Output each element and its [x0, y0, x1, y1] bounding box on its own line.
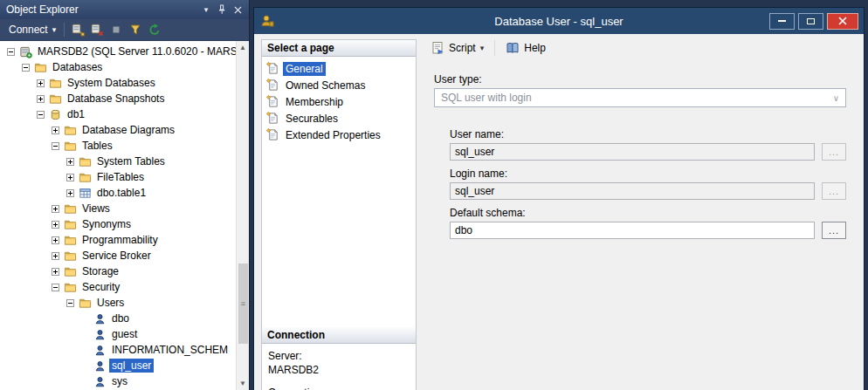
- collapse-icon[interactable]: [37, 111, 45, 119]
- tree-item-programmability[interactable]: Programmability: [0, 232, 249, 248]
- user-type-combobox[interactable]: SQL user with login ∨: [434, 88, 846, 107]
- expand-icon[interactable]: [37, 95, 45, 103]
- dialog-main-area: Script ▾ Help User type: SQL user with l…: [424, 35, 858, 390]
- chevron-down-icon: ▾: [52, 25, 57, 34]
- toolbar-separator: [64, 23, 65, 37]
- expand-icon[interactable]: [66, 189, 74, 197]
- maximize-button[interactable]: [798, 13, 823, 30]
- expand-icon[interactable]: [52, 252, 59, 260]
- scroll-up-icon[interactable]: ▲: [237, 44, 249, 51]
- minimize-icon: [778, 20, 786, 22]
- tree-item-synonyms[interactable]: Synonyms: [0, 216, 249, 232]
- tree-item-label: INFORMATION_SCHEM: [109, 343, 231, 357]
- expand-icon[interactable]: [52, 236, 59, 244]
- tree-item-filetables[interactable]: FileTables: [0, 169, 249, 185]
- user-icon: [93, 359, 107, 373]
- tree-item-security[interactable]: Security: [0, 279, 249, 295]
- tree-item-databases[interactable]: Databases: [0, 59, 249, 75]
- tree-item-database-diagrams[interactable]: Database Diagrams: [0, 122, 249, 138]
- tree-item-sys[interactable]: sys: [0, 373, 249, 389]
- expand-icon[interactable]: [37, 79, 45, 87]
- object-explorer-titlebar[interactable]: Object Explorer ▾: [0, 0, 249, 19]
- folder-icon: [63, 280, 77, 294]
- tree-scrollbar[interactable]: ▲ ≡ ▼: [236, 41, 249, 390]
- tree-item-label: dbo: [109, 311, 132, 325]
- minimize-button[interactable]: [769, 13, 795, 30]
- maximize-icon: [807, 18, 815, 24]
- expand-icon[interactable]: [52, 268, 59, 276]
- tree-item-users[interactable]: Users: [0, 295, 249, 311]
- user-name-browse-button[interactable]: ...: [822, 143, 846, 161]
- tree-item-system-databases[interactable]: System Databases: [0, 75, 249, 91]
- tree-item-label: sql_user: [109, 359, 154, 373]
- expand-icon[interactable]: [66, 174, 74, 181]
- page-item-membership[interactable]: Membership: [263, 93, 415, 110]
- connect-server-icon[interactable]: [68, 21, 86, 38]
- collapse-icon[interactable]: [52, 284, 59, 291]
- expand-icon[interactable]: [52, 221, 59, 229]
- tree-item-tables[interactable]: Tables: [0, 138, 249, 154]
- scroll-down-icon[interactable]: ▼: [237, 380, 249, 387]
- tree-item-dbo-table1[interactable]: dbo.table1: [0, 185, 249, 201]
- page-item-owned-schemas[interactable]: Owned Schemas: [263, 77, 415, 93]
- tree-item-storage[interactable]: Storage: [0, 263, 249, 279]
- user-icon: [93, 327, 107, 341]
- tree-item-dbo[interactable]: dbo: [0, 311, 249, 326]
- tree-item-views[interactable]: Views: [0, 201, 249, 216]
- connect-button[interactable]: Connect ▾: [4, 22, 60, 38]
- filter-icon[interactable]: [126, 21, 144, 38]
- tree-item-sql-user[interactable]: sql_user: [0, 358, 249, 373]
- folder-icon: [63, 233, 77, 247]
- chevron-down-icon: ∨: [833, 93, 839, 103]
- login-name-input[interactable]: [450, 182, 815, 200]
- tree-item-service-broker[interactable]: Service Broker: [0, 248, 249, 263]
- disconnect-icon[interactable]: [87, 21, 106, 38]
- expand-icon[interactable]: [52, 205, 59, 213]
- page-item-general[interactable]: General: [263, 60, 415, 77]
- collapse-icon[interactable]: [52, 142, 59, 150]
- scrollbar-thumb[interactable]: ≡: [238, 263, 248, 344]
- collapse-icon[interactable]: [7, 48, 15, 56]
- tree-item-label: Service Broker: [79, 249, 154, 263]
- window-position-icon[interactable]: ▾: [198, 3, 214, 17]
- default-schema-browse-button[interactable]: ...: [822, 222, 846, 239]
- user-name-input[interactable]: [450, 143, 815, 161]
- user-fields-group: User name: ... Login name: ... Default s…: [450, 128, 846, 239]
- folder-icon: [78, 170, 92, 184]
- folder-icon: [63, 249, 77, 263]
- page-item-extended-properties[interactable]: Extended Properties: [263, 127, 415, 143]
- page-item-label: Extended Properties: [283, 128, 383, 142]
- tree-item-marsdb2-sql-server-11-0-6020-marsd[interactable]: MARSDB2 (SQL Server 11.0.6020 - MARSD: [0, 44, 249, 59]
- collapse-icon[interactable]: [22, 64, 30, 72]
- expand-icon[interactable]: [52, 127, 59, 134]
- refresh-icon[interactable]: [145, 21, 163, 38]
- tree-item-label: guest: [109, 327, 140, 341]
- tree-item-system-tables[interactable]: System Tables: [0, 154, 249, 169]
- help-button[interactable]: Help: [500, 38, 551, 58]
- user-name-label: User name:: [450, 128, 846, 140]
- page-item-label: Membership: [283, 95, 346, 109]
- script-button[interactable]: Script ▾: [425, 38, 489, 58]
- stop-icon[interactable]: [107, 21, 125, 38]
- close-button[interactable]: [827, 13, 858, 30]
- tree-item-guest[interactable]: guest: [0, 326, 249, 342]
- login-name-browse-button[interactable]: ...: [822, 182, 846, 200]
- collapse-icon[interactable]: [66, 299, 74, 307]
- page-item-label: Owned Schemas: [283, 79, 368, 92]
- page-icon: [266, 128, 279, 141]
- page-list: GeneralOwned SchemasMembershipSecurables…: [262, 57, 416, 327]
- help-button-label: Help: [524, 42, 546, 54]
- close-icon[interactable]: [230, 3, 245, 17]
- default-schema-input[interactable]: [450, 222, 815, 239]
- folder-icon: [48, 76, 62, 90]
- page-item-securables[interactable]: Securables: [263, 110, 415, 127]
- tree-item-database-snapshots[interactable]: Database Snapshots: [0, 91, 249, 106]
- tree-item-information-schem[interactable]: INFORMATION_SCHEM: [0, 342, 249, 358]
- expand-icon[interactable]: [66, 158, 74, 166]
- tree-item-db1[interactable]: db1: [0, 106, 249, 122]
- tree-item-label: dbo.table1: [94, 186, 148, 200]
- dialog-titlebar[interactable]: Database User - sql_user: [254, 8, 864, 34]
- folder-icon: [78, 296, 92, 310]
- pin-icon[interactable]: [214, 3, 230, 17]
- tree-item-label: Database Diagrams: [79, 123, 177, 137]
